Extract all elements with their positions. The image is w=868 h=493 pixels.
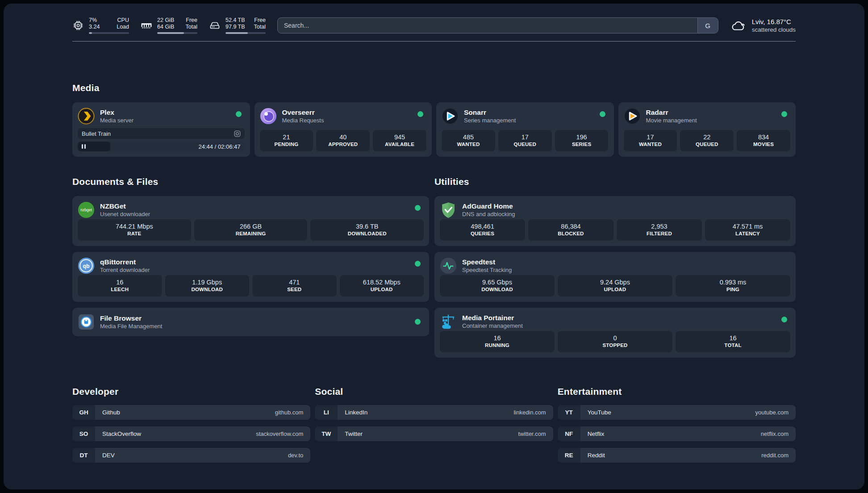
portainer-card[interactable]: Media Portainer Container management 16R… [434, 308, 796, 358]
section-media: Media Plex Media server Bullet Train [72, 83, 796, 157]
adguard-description: DNS and adblocking [462, 210, 515, 218]
plex-name: Plex [100, 108, 134, 117]
social-section-title: Social [315, 386, 553, 397]
nzbget-status-dot [415, 205, 421, 211]
link-stackoverflow[interactable]: SO StackOverflowstackoverflow.com [72, 426, 310, 441]
topbar-divider [72, 41, 796, 42]
cpu-icon [72, 20, 84, 31]
cpu-stat: 7% 3.24 CPU Load [72, 17, 129, 34]
adguard-icon [440, 201, 457, 218]
filebrowser-name: File Browser [100, 314, 162, 322]
filebrowser-card[interactable]: File Browser Media File Management [72, 308, 429, 336]
sonarr-icon [442, 108, 459, 125]
plex-player-bar: 24:44 / 02:06:47 [78, 142, 245, 151]
portainer-status-dot [781, 317, 787, 322]
entertainment-section-title: Entertainment [558, 386, 796, 397]
link-abbr-badge: YT [558, 405, 580, 420]
adguard-card[interactable]: AdGuard Home DNS and adblocking 498,461Q… [434, 196, 796, 246]
system-stats: 7% 3.24 CPU Load [72, 17, 266, 34]
link-dev[interactable]: DT DEVdev.to [72, 448, 310, 463]
radarr-card[interactable]: Radarr Movie management 17WANTED 22QUEUE… [618, 102, 796, 157]
adguard-name: AdGuard Home [462, 202, 515, 210]
stat-tile: 16RUNNING [440, 331, 555, 352]
cpu-progress-fill [89, 32, 92, 34]
disk-free-value: 52.4 TB [225, 17, 245, 24]
pause-icon[interactable] [82, 144, 86, 149]
filebrowser-status-dot [415, 319, 421, 325]
overseerr-status-dot [417, 111, 423, 117]
nzbget-name: NZBGet [100, 202, 150, 210]
stat-tile: 196SERIES [555, 130, 609, 151]
stat-tile: 618.52 MbpsUPLOAD [340, 275, 424, 297]
link-github[interactable]: GH Githubgithub.com [72, 405, 310, 420]
qbittorrent-icon: qb [78, 257, 95, 274]
stat-tile: 39.6 TBDOWNLOADED [310, 219, 424, 241]
nzbget-icon: nzbget [78, 201, 95, 218]
stat-tile: 0STOPPED [558, 331, 672, 352]
ram-progress-fill [157, 32, 184, 34]
stat-tile: 17QUEUED [498, 130, 552, 151]
session-icon [234, 130, 241, 137]
qbittorrent-status-dot [415, 261, 421, 267]
ram-total-value: 64 GiB [157, 24, 174, 30]
nzbget-card[interactable]: nzbget NZBGet Usenet downloader 744.21 M… [72, 196, 429, 246]
disk-total-value: 97.9 TB [225, 24, 245, 30]
section-social: Social LI LinkedInlinkedin.com TW Twitte… [315, 386, 553, 441]
speedtest-description: Speedtest Tracking [462, 266, 512, 274]
link-abbr-badge: GH [72, 405, 95, 420]
cpu-load-label: Load [117, 24, 129, 30]
stat-tile: 9.65 GbpsDOWNLOAD [440, 275, 555, 297]
plex-now-playing-title: Bullet Train [82, 130, 234, 137]
developer-section-title: Developer [72, 386, 310, 397]
qbittorrent-card[interactable]: qb qBittorrent Torrent downloader 16LEEC… [72, 252, 429, 302]
sonarr-name: Sonarr [464, 108, 516, 117]
link-youtube[interactable]: YT YouTubeyoutube.com [558, 405, 796, 420]
section-entertainment: Entertainment YT YouTubeyoutube.com NF N… [558, 386, 796, 463]
stat-tile: 485WANTED [442, 130, 495, 151]
qbittorrent-description: Torrent downloader [100, 266, 150, 274]
stat-tile: 47.571 msLATENCY [705, 219, 790, 241]
link-reddit[interactable]: RE Redditreddit.com [558, 448, 796, 463]
portainer-icon [440, 313, 457, 330]
radarr-description: Movie management [646, 117, 697, 124]
disk-icon [209, 20, 221, 31]
sonarr-card[interactable]: Sonarr Series management 485WANTED 17QUE… [436, 102, 614, 157]
plex-now-playing-row: Bullet Train [78, 128, 245, 139]
svg-text:qb: qb [83, 263, 90, 269]
link-linkedin[interactable]: LI LinkedInlinkedin.com [315, 405, 553, 420]
link-abbr-badge: TW [315, 426, 338, 441]
disk-progress-fill [225, 32, 248, 34]
plex-card[interactable]: Plex Media server Bullet Train 24:44 / 0… [72, 102, 250, 157]
portainer-description: Container management [462, 322, 523, 330]
overseerr-card[interactable]: Overseerr Media Requests 21PENDING 40APP… [255, 102, 432, 157]
search-input[interactable] [278, 18, 697, 33]
sonarr-description: Series management [464, 117, 516, 124]
speedtest-name: Speedtest [462, 258, 512, 266]
plex-status-dot [236, 111, 242, 117]
plex-icon [78, 108, 95, 125]
disk-total-label: Total [254, 24, 266, 30]
stat-tile: 16LEECH [78, 275, 162, 297]
top-bar: 7% 3.24 CPU Load [72, 4, 796, 34]
stat-tile: 1.19 GbpsDOWNLOAD [165, 275, 250, 297]
stat-tile: 266 GBREMAINING [194, 219, 308, 241]
overseerr-description: Media Requests [282, 117, 324, 124]
disk-progress-bar [225, 32, 266, 34]
speedtest-card[interactable]: Speedtest Speedtest Tracking 9.65 GbpsDO… [434, 252, 796, 302]
stat-tile: 9.24 GbpsUPLOAD [558, 275, 672, 297]
plex-playback-time: 24:44 / 02:06:47 [199, 143, 245, 150]
ram-free-label: Free [186, 17, 197, 24]
search-provider-button[interactable]: G [697, 18, 718, 33]
speedtest-icon [440, 257, 457, 274]
link-abbr-badge: LI [315, 405, 338, 420]
link-twitter[interactable]: TW Twittertwitter.com [315, 426, 553, 441]
stat-tile: 834MOVIES [737, 130, 790, 151]
plex-description: Media server [100, 117, 134, 124]
sonarr-status-dot [600, 111, 605, 117]
stat-tile: 86,384BLOCKED [528, 219, 613, 241]
media-section-title: Media [72, 83, 796, 93]
weather-widget: Lviv, 16.87°C scattered clouds [730, 17, 796, 33]
link-netflix[interactable]: NF Netflixnetflix.com [558, 426, 796, 441]
dashboard-frame: 7% 3.24 CPU Load [4, 4, 864, 489]
documents-section-title: Documents & Files [72, 176, 429, 187]
